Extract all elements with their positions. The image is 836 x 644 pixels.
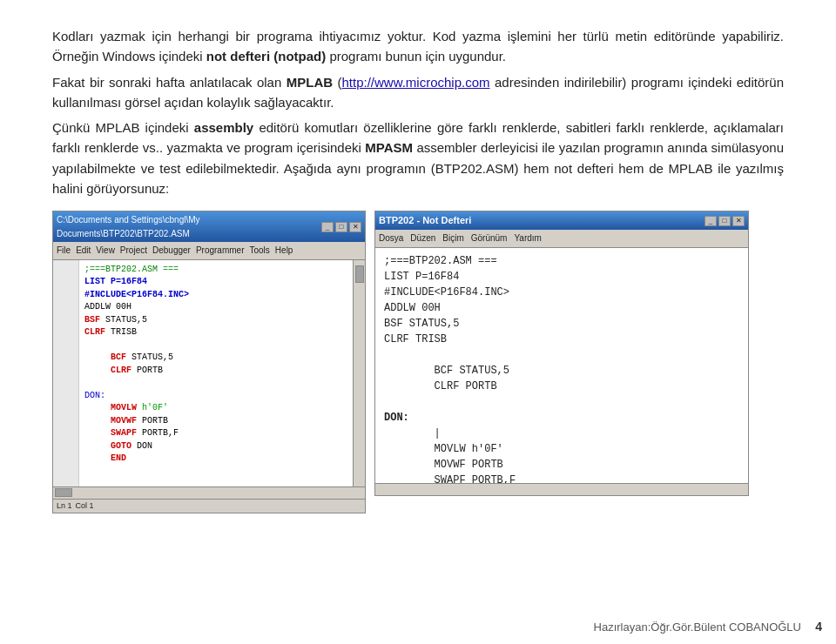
- minimize-button[interactable]: _: [321, 222, 334, 232]
- notepad-menu-duzen[interactable]: Düzen: [410, 231, 435, 245]
- code-line-4: ADDLW 00H: [84, 301, 347, 314]
- mplab-inner: ;===BTP202.ASM === LIST P=16F84 #INCLUDE…: [53, 260, 365, 486]
- np-line-8: BCF STATUS,5: [384, 363, 739, 379]
- mplab-title-text: C:\Documents and Settings\cbngl\My Docum…: [57, 213, 321, 240]
- code-line-don: DON:: [84, 390, 347, 403]
- notepad-minimize-button[interactable]: _: [705, 216, 717, 226]
- np-line-13: SWAPF PORTB,F: [384, 473, 739, 483]
- code-line-7: [84, 339, 347, 352]
- code-line-9: CLRF PORTB: [84, 365, 347, 378]
- mplab-horizontal-scrollbar[interactable]: [53, 486, 365, 499]
- notepad-menu-gorunum[interactable]: Görünüm: [471, 231, 508, 245]
- menu-view[interactable]: View: [96, 244, 115, 258]
- notepad-menu-bicim[interactable]: Biçim: [442, 231, 463, 245]
- notepad-title-text: BTP202 - Not Defteri: [379, 213, 471, 228]
- code-line-1: ;===BTP202.ASM ===: [84, 264, 347, 277]
- mplab-status-text: Ln 1: [57, 500, 72, 513]
- notepad-text-area[interactable]: ;===BTP202.ASM === LIST P=16F84 #INCLUDE…: [375, 248, 748, 483]
- mplab-vertical-scrollbar[interactable]: [353, 260, 365, 486]
- paragraph-3: Çünkü MPLAB içindeki assembly editörü ko…: [52, 117, 784, 198]
- mplab-titlebar: C:\Documents and Settings\cbngl\My Docum…: [53, 211, 365, 242]
- menu-help[interactable]: Help: [275, 244, 293, 258]
- np-line-9: CLRF PORTB: [384, 379, 739, 394]
- bold-notpad: not defteri (notpad): [206, 49, 326, 64]
- close-button[interactable]: ✕: [349, 222, 361, 232]
- code-line-12: MOVWF PORTB: [84, 415, 347, 428]
- menu-debugger[interactable]: Debugger: [152, 244, 191, 258]
- menu-programmer[interactable]: Programmer: [196, 244, 245, 258]
- bold-mpasm: MPASM: [365, 140, 413, 155]
- np-line-2: LIST P=16F84: [384, 269, 739, 285]
- code-line-8: BCF STATUS,5: [84, 352, 347, 365]
- notepad-menu-dosya[interactable]: Dosya: [379, 231, 403, 245]
- menu-file[interactable]: File: [57, 244, 71, 258]
- code-line-11: MOVLW h'0F': [84, 402, 347, 415]
- notepad-menu-yardim[interactable]: Yardım: [514, 231, 542, 245]
- code-line-2: LIST P=16F84: [84, 276, 347, 289]
- footer-text: Hazırlayan:Öğr.Gör.Bülent COBANOĞLU: [594, 621, 801, 634]
- notepad-horizontal-scrollbar[interactable]: [375, 483, 748, 495]
- np-line-6: CLRF TRISB: [384, 332, 739, 347]
- paragraph-2: Fakat bir sonraki hafta anlatılacak olan…: [52, 72, 784, 113]
- notepad-menubar: Dosya Düzen Biçim Görünüm Yardım: [375, 230, 748, 248]
- code-line-10: [84, 377, 347, 390]
- np-line-7: [384, 347, 739, 363]
- assembly-word: assembly: [194, 120, 253, 135]
- np-line-4: ADDLW 00H: [384, 300, 739, 316]
- np-line-5: BSF STATUS,5: [384, 316, 739, 332]
- mplab-scrollbar-thumb[interactable]: [355, 265, 364, 283]
- page-content: Kodları yazmak için herhangi bir program…: [0, 0, 836, 531]
- np-line-10: [384, 394, 739, 410]
- np-line-don: DON:: [384, 410, 739, 426]
- code-line-14: GOTO DON: [84, 440, 347, 453]
- mplab-statusbar: Ln 1 Col 1: [53, 499, 365, 513]
- menu-edit[interactable]: Edit: [76, 244, 91, 258]
- code-line-15: END: [84, 453, 347, 466]
- mplab-menubar: File Edit View Project Debugger Programm…: [53, 242, 365, 260]
- notepad-titlebar-buttons: _ □ ✕: [705, 216, 745, 226]
- mplab-titlebar-buttons: _ □ ✕: [321, 222, 361, 232]
- screenshots-row: C:\Documents and Settings\cbngl\My Docum…: [52, 211, 784, 513]
- footer-author: Hazırlayan:Öğr.Gör.Bülent COBANOĞLU: [594, 621, 801, 634]
- paragraph-1: Kodları yazmak için herhangi bir program…: [52, 26, 784, 67]
- np-line-1: ;===BTP202.ASM ===: [384, 253, 739, 269]
- mplab-window: C:\Documents and Settings\cbngl\My Docum…: [52, 211, 366, 513]
- np-line-11: MOVLW h'0F': [384, 441, 739, 457]
- code-line-5: BSF STATUS,5: [84, 314, 347, 327]
- notepad-window: BTP202 - Not Defteri _ □ ✕ Dosya Düzen B…: [374, 211, 749, 496]
- microchip-link[interactable]: http://www.microchip.com: [342, 75, 490, 90]
- notepad-titlebar: BTP202 - Not Defteri _ □ ✕: [375, 211, 748, 230]
- maximize-button[interactable]: □: [335, 222, 347, 232]
- menu-tools[interactable]: Tools: [249, 244, 269, 258]
- code-line-13: SWAPF PORTB,F: [84, 427, 347, 440]
- mplab-h-scrollbar-thumb[interactable]: [55, 488, 72, 497]
- page-number: 4: [815, 620, 822, 634]
- mplab-left-panel: [53, 260, 79, 486]
- mplab-code-area[interactable]: ;===BTP202.ASM === LIST P=16F84 #INCLUDE…: [79, 260, 353, 486]
- notepad-close-button[interactable]: ✕: [732, 216, 745, 226]
- bold-mplab: MPLAB: [287, 75, 333, 90]
- code-line-6: CLRF TRISB: [84, 326, 347, 339]
- mplab-status-col: Col 1: [76, 500, 94, 513]
- notepad-maximize-button[interactable]: □: [718, 216, 731, 226]
- menu-project[interactable]: Project: [120, 244, 147, 258]
- code-line-3: #INCLUDE<P16F84.INC>: [84, 289, 347, 302]
- np-line-12: MOVWF PORTB: [384, 457, 739, 473]
- np-line-cursor: |: [384, 426, 739, 441]
- np-line-3: #INCLUDE<P16F84.INC>: [384, 285, 739, 300]
